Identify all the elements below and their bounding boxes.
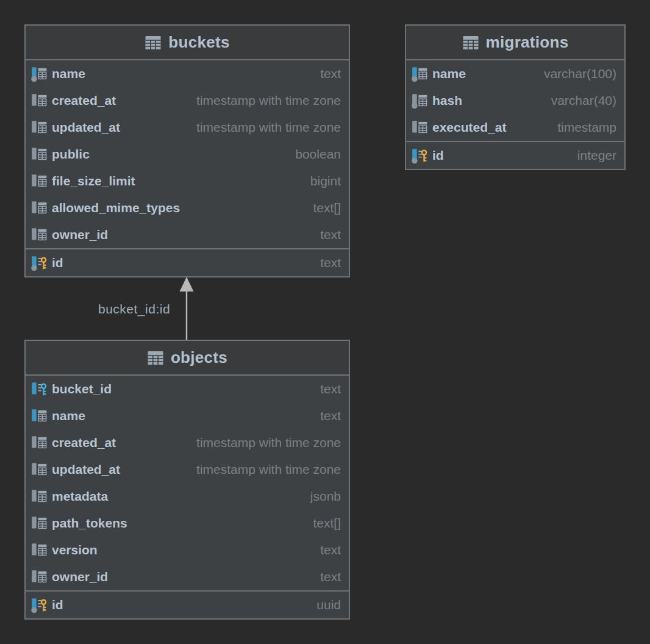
column-name: name xyxy=(52,409,85,423)
column-row-id[interactable]: iduuid xyxy=(26,592,349,618)
table-grid-icon xyxy=(462,35,479,51)
column-type: varchar(40) xyxy=(543,93,616,108)
column-type: text xyxy=(312,227,341,242)
column-name: owner_id xyxy=(52,227,108,242)
column-row-updated_at[interactable]: updated_attimestamp with time zone xyxy=(26,456,349,483)
table-title: migrations xyxy=(486,33,569,52)
table-header[interactable]: buckets xyxy=(26,26,349,60)
column-type: timestamp with time zone xyxy=(188,120,341,135)
table-header[interactable]: migrations xyxy=(406,26,624,60)
column-grid-icon xyxy=(30,146,49,163)
primary-key-icon xyxy=(30,254,49,271)
table-grid-icon xyxy=(147,350,164,366)
column-type: boolean xyxy=(287,147,341,162)
column-list: bucket_idtext nametext created_attimesta… xyxy=(26,376,349,618)
column-type: uuid xyxy=(308,598,341,612)
column-name: id xyxy=(432,148,444,163)
column-row-owner_id[interactable]: owner_idtext xyxy=(26,221,349,248)
column-row-executed_at[interactable]: executed_attimestamp xyxy=(406,114,624,141)
column-grid-icon xyxy=(411,119,429,136)
column-grid-icon xyxy=(30,173,49,190)
table-objects[interactable]: objects bucket_idtext nametext created_a… xyxy=(24,340,350,620)
column-grid-icon xyxy=(30,119,49,136)
column-grid-icon xyxy=(411,92,429,109)
column-row-version[interactable]: versiontext xyxy=(26,537,349,564)
column-grid-icon xyxy=(30,434,49,451)
table-buckets[interactable]: buckets nametext created_attimestamp wit… xyxy=(24,24,350,277)
column-type: text[] xyxy=(304,201,341,215)
primary-key-icon xyxy=(411,147,429,164)
column-grid-icon xyxy=(30,407,49,424)
column-grid-icon xyxy=(30,92,49,109)
column-type: bigint xyxy=(302,174,341,188)
column-grid-icon xyxy=(30,542,49,559)
relationship-label: bucket_id:id xyxy=(98,302,185,317)
column-grid-icon xyxy=(30,65,49,82)
column-grid-icon xyxy=(30,515,49,532)
table-header[interactable]: objects xyxy=(26,341,349,376)
table-title: buckets xyxy=(168,33,229,52)
column-type: text[] xyxy=(304,516,341,531)
column-name: id xyxy=(52,256,63,270)
primary-key-icon xyxy=(30,596,49,614)
column-row-created_at[interactable]: created_attimestamp with time zone xyxy=(26,87,349,114)
column-type: text xyxy=(312,409,341,423)
column-row-name[interactable]: nametext xyxy=(26,402,349,429)
column-name: owner_id xyxy=(52,570,108,584)
column-type: text xyxy=(312,66,341,81)
column-name: path_tokens xyxy=(52,516,127,531)
column-row-allowed_mime_types[interactable]: allowed_mime_typestext[] xyxy=(26,195,349,221)
column-list: nametext created_attimestamp with time z… xyxy=(26,60,349,276)
column-row-file_size_limit[interactable]: file_size_limitbigint xyxy=(26,168,349,195)
column-row-id[interactable]: idinteger xyxy=(406,142,624,169)
column-row-id[interactable]: idtext xyxy=(26,249,349,276)
column-grid-icon xyxy=(411,65,429,82)
column-grid-icon xyxy=(30,568,49,585)
column-grid-icon xyxy=(30,488,49,505)
foreign-key-icon xyxy=(30,381,49,398)
column-name: allowed_mime_types xyxy=(52,201,180,215)
column-row-bucket_id[interactable]: bucket_idtext xyxy=(26,376,349,402)
column-name: executed_at xyxy=(432,120,506,135)
column-name: id xyxy=(52,598,63,612)
column-name: name xyxy=(432,66,466,81)
column-row-metadata[interactable]: metadatajsonb xyxy=(26,483,349,510)
column-type: timestamp with time zone xyxy=(188,462,341,477)
column-name: created_at xyxy=(52,435,116,450)
column-row-public[interactable]: publicboolean xyxy=(26,141,349,168)
column-row-name[interactable]: namevarchar(100) xyxy=(406,60,624,87)
diagram-canvas: buckets nametext created_attimestamp wit… xyxy=(0,0,650,644)
column-name: name xyxy=(52,66,85,81)
table-grid-icon xyxy=(145,35,162,51)
column-row-path_tokens[interactable]: path_tokenstext[] xyxy=(26,510,349,537)
column-name: updated_at xyxy=(52,120,120,135)
column-name: created_at xyxy=(52,93,116,108)
column-grid-icon xyxy=(30,199,49,216)
column-type: jsonb xyxy=(302,489,341,504)
column-type: timestamp with time zone xyxy=(188,93,341,108)
column-list: namevarchar(100) hashvarchar(40) execute… xyxy=(406,60,624,169)
column-type: varchar(100) xyxy=(535,66,616,81)
column-grid-icon xyxy=(30,461,49,478)
column-type: timestamp with time zone xyxy=(188,435,341,450)
column-type: text xyxy=(312,570,341,584)
column-row-owner_id[interactable]: owner_idtext xyxy=(26,564,349,590)
table-title: objects xyxy=(171,348,227,367)
column-name: metadata xyxy=(52,489,108,504)
column-row-name[interactable]: nametext xyxy=(26,60,349,87)
column-type: integer xyxy=(569,148,616,163)
column-type: timestamp xyxy=(549,120,616,135)
column-name: bucket_id xyxy=(52,382,112,396)
column-name: file_size_limit xyxy=(52,174,135,188)
column-name: public xyxy=(52,147,90,162)
column-type: text xyxy=(312,382,341,396)
column-name: version xyxy=(52,543,98,557)
column-row-created_at[interactable]: created_attimestamp with time zone xyxy=(26,429,349,456)
column-grid-icon xyxy=(30,226,49,243)
column-type: text xyxy=(312,543,341,557)
column-row-hash[interactable]: hashvarchar(40) xyxy=(406,87,624,114)
column-type: text xyxy=(312,256,341,270)
column-name: hash xyxy=(432,93,462,108)
column-row-updated_at[interactable]: updated_attimestamp with time zone xyxy=(26,114,349,141)
table-migrations[interactable]: migrations namevarchar(100) hashvarchar(… xyxy=(405,24,626,170)
